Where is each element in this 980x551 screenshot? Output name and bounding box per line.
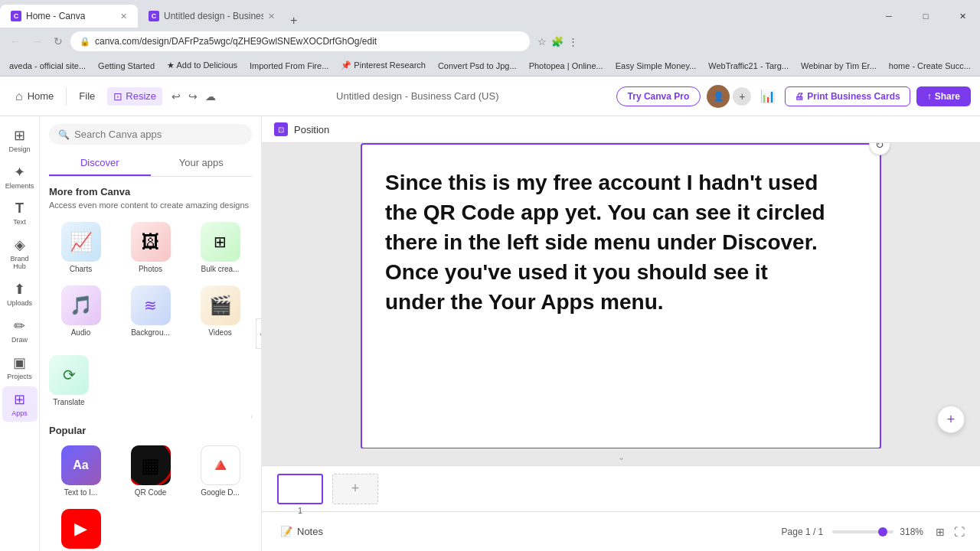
menu-icon[interactable]: ⋮ (567, 34, 580, 49)
close-button[interactable]: ✕ (945, 5, 980, 28)
app-videos[interactable]: 🎬 Videos (188, 282, 252, 340)
analytics-button[interactable]: 📊 (757, 86, 779, 106)
bookmark-imported[interactable]: Imported From Fire... (247, 60, 332, 72)
app-charts[interactable]: 📈 Charts (49, 219, 113, 276)
grid-view-button[interactable]: ⊞ (933, 523, 948, 541)
app-bulk-create[interactable]: ⊞ Bulk crea... (188, 219, 252, 276)
position-glyph: ⊡ (278, 126, 284, 134)
maximize-button[interactable]: □ (908, 5, 943, 28)
apps-icon: ⊞ (14, 391, 25, 408)
sidebar-item-text[interactable]: T Text (2, 196, 38, 230)
app-text-to[interactable]: Aa Text to I... (49, 442, 113, 500)
panel-content: More from Canva Access even more content… (40, 177, 261, 551)
popular-title: Popular (49, 425, 252, 436)
bookmark-money[interactable]: Easy Simple Money... (612, 60, 700, 72)
bookmark-webinar[interactable]: Webinar by Tim Er... (798, 60, 880, 72)
position-bar: ⊡ Position (262, 116, 980, 143)
sidebar-item-projects[interactable]: ▣ Projects (2, 350, 38, 385)
sidebar-item-apps[interactable]: ⊞ Apps (2, 386, 38, 422)
videos-label: Videos (208, 328, 231, 337)
sidebar-item-elements[interactable]: ✦ Elements (2, 159, 38, 194)
app-google-drive[interactable]: 🔺 Google D... (188, 442, 252, 500)
fullscreen-button[interactable]: ⛶ (951, 523, 968, 541)
panel-collapse-button[interactable]: ‹ (256, 318, 262, 349)
zoom-slider[interactable] (832, 530, 893, 533)
notes-button[interactable]: 📝 Notes (274, 523, 329, 540)
charts-label: Charts (70, 265, 92, 273)
scroll-indicator (49, 416, 252, 419)
google-drive-label: Google D... (201, 488, 240, 497)
avatar-initials: 👤 (713, 91, 724, 102)
search-bar[interactable]: 🔍 (49, 124, 252, 145)
bookmark-aveda[interactable]: aveda - official site... (6, 60, 89, 72)
share-button[interactable]: ↑ Share (916, 86, 971, 106)
browser-tab-2[interactable]: C Untitled design - Business Card... ✕ (138, 5, 286, 28)
charts-icon: 📈 (61, 222, 101, 262)
bookmark-pinterest[interactable]: 📌 Pinterest Research (338, 59, 429, 72)
resize-button[interactable]: ⊡ Resize (107, 87, 162, 106)
translate-icon: ⟳ (49, 355, 89, 395)
app-backgrounds[interactable]: ≋ Backgrou... (119, 282, 182, 340)
page-info: Page 1 / 1 (782, 527, 824, 537)
backgrounds-icon: ≋ (131, 285, 171, 325)
back-button[interactable]: ← (6, 32, 24, 51)
apps-panel: 🔍 Discover Your apps More from Canva Acc… (40, 116, 262, 551)
app-photos[interactable]: 🖼 Photos (119, 219, 182, 276)
position-icon: ⊡ (274, 122, 288, 136)
page-navigation: Page 1 / 1 318% ⊞ ⛶ (782, 523, 968, 541)
add-collaborator-button[interactable]: + (733, 87, 751, 106)
print-button[interactable]: 🖨 Print Business Cards (785, 86, 910, 106)
page-1-thumbnail[interactable] (277, 474, 323, 504)
file-menu-button[interactable]: File (73, 87, 101, 105)
sidebar-item-brand-hub[interactable]: ◈ Brand Hub (2, 232, 38, 275)
try-pro-button[interactable]: Try Canva Pro (616, 86, 701, 106)
bookmark-delicious[interactable]: ★ Add to Delicious (164, 59, 240, 72)
bookmark-photopea[interactable]: Photopea | Online... (526, 60, 606, 72)
backgrounds-label: Backgrou... (131, 328, 170, 337)
undo-redo-group: ↩ ↪ ☁ (168, 87, 219, 106)
address-bar[interactable]: 🔒 canva.com/design/DAFrPza5wgc/qZHE9GwlS… (70, 31, 530, 51)
top-toolbar: ⌂ Home File ⊡ Resize ↩ ↪ ☁ Untitled desi… (0, 77, 980, 116)
bookmark-traffic[interactable]: WebTraffic21 - Targ... (705, 60, 792, 72)
add-page-button[interactable]: + (332, 474, 378, 504)
toolbar-divider-1 (66, 87, 67, 106)
app-translate[interactable]: ⟳ Translate (49, 352, 89, 409)
tab-your-apps[interactable]: Your apps (151, 151, 253, 176)
fab-button[interactable]: + (937, 406, 965, 433)
videos-icon: 🎬 (201, 285, 240, 325)
bookmark-star-icon[interactable]: ☆ (536, 34, 548, 49)
sidebar-label-uploads: Uploads (7, 299, 32, 307)
bookmark-home-create[interactable]: home - Create Succ... (886, 60, 974, 72)
reload-button[interactable]: ↻ (49, 32, 67, 51)
search-input[interactable] (74, 129, 243, 140)
more-from-canva-title: More from Canva (49, 186, 252, 197)
home-button[interactable]: ⌂ Home (9, 86, 60, 106)
app-youtube[interactable]: ▶ YouTu... (49, 506, 113, 551)
undo-button[interactable]: ↩ (168, 87, 184, 106)
sidebar-label-apps: Apps (11, 409, 28, 417)
app-qr-code[interactable]: ▦ QR Code (119, 442, 182, 500)
extension-icon[interactable]: 🧩 (550, 34, 565, 49)
uploads-icon: ⬆ (14, 281, 25, 298)
sidebar-item-uploads[interactable]: ⬆ Uploads (2, 276, 38, 311)
user-avatar[interactable]: 👤 (707, 85, 730, 108)
scroll-down-icon[interactable]: ⌄ (618, 452, 625, 461)
qr-code-label: QR Code (135, 488, 167, 497)
app-audio[interactable]: 🎵 Audio (49, 282, 113, 340)
canvas-refresh-button[interactable]: ↻ (869, 143, 890, 155)
tab-discover[interactable]: Discover (49, 151, 151, 176)
new-tab-button[interactable]: + (286, 14, 302, 28)
save-button[interactable]: ☁ (202, 87, 219, 106)
bookmark-psd[interactable]: Convert Psd to Jpg... (435, 60, 520, 72)
tab1-close-icon[interactable]: ✕ (120, 11, 127, 21)
redo-button[interactable]: ↪ (185, 87, 201, 106)
sidebar-item-draw[interactable]: ✏ Draw (2, 313, 38, 348)
sidebar-item-design[interactable]: ⊞ Design (2, 122, 38, 158)
bulk-create-label: Bulk crea... (201, 265, 239, 273)
minimize-button[interactable]: ─ (871, 5, 906, 28)
forward-button[interactable]: → (28, 32, 46, 51)
canvas-wrapper[interactable]: ↻ Since this is my free account I hadn't… (262, 143, 980, 448)
tab2-close-icon[interactable]: ✕ (268, 11, 275, 21)
bookmark-getting-started[interactable]: Getting Started (95, 60, 158, 72)
browser-tab-1[interactable]: C Home - Canva ✕ (0, 5, 138, 28)
